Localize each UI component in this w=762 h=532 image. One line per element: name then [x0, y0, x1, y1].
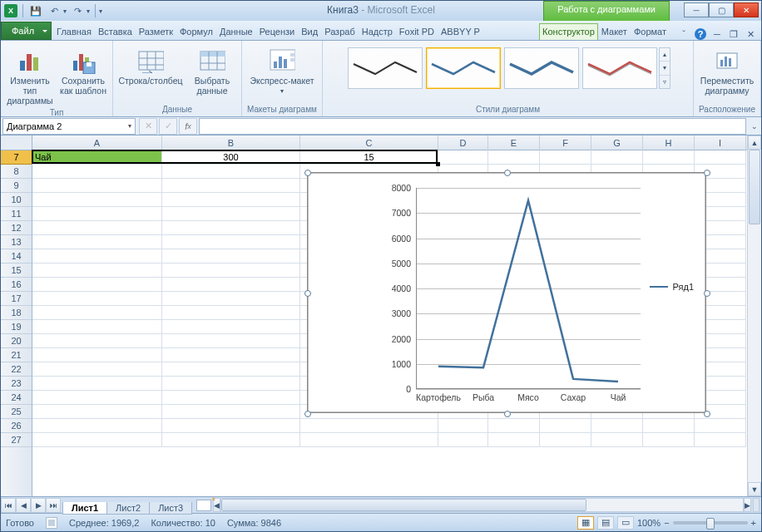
view-normal-button[interactable]: ▦ [577, 516, 594, 530]
cell-B7[interactable]: 300 [162, 150, 300, 165]
hscroll-thumb[interactable] [221, 499, 586, 511]
row-header-17[interactable]: 17 [1, 292, 32, 306]
vscroll-thumb[interactable] [749, 150, 760, 224]
tab-nav-next[interactable]: ▶ [31, 498, 46, 513]
chart-resize-handle[interactable] [504, 170, 511, 176]
tab-nav-prev[interactable]: ◀ [16, 498, 31, 513]
tab-Разметк[interactable]: Разметк [136, 23, 176, 40]
fill-handle[interactable] [436, 162, 440, 166]
row-header-13[interactable]: 13 [1, 235, 32, 249]
maximize-button[interactable]: ▢ [709, 2, 734, 17]
tab-Рецензи[interactable]: Рецензи [256, 23, 299, 40]
vertical-scrollbar[interactable]: ▲ ▼ [747, 135, 761, 496]
wb-minimize-icon[interactable]: ─ [711, 28, 723, 40]
chart-style-1[interactable] [348, 47, 423, 89]
row-header-7[interactable]: 7 [1, 150, 32, 165]
style-gallery-scroll[interactable]: ▴▾▿ [659, 47, 670, 89]
zoom-out-button[interactable]: − [664, 518, 669, 528]
row-header-20[interactable]: 20 [1, 334, 32, 348]
chart-plot-area[interactable]: 010002000300040005000600070008000Картофе… [416, 188, 641, 389]
wb-close-icon[interactable]: ✕ [745, 28, 756, 40]
formula-input[interactable] [199, 118, 746, 135]
chart-legend[interactable]: Ряд1 [650, 282, 694, 292]
hscroll-split-handle[interactable] [753, 498, 760, 512]
help-icon[interactable]: ? [695, 28, 706, 40]
col-header-C[interactable]: C [300, 135, 438, 150]
row-header-11[interactable]: 11 [1, 207, 32, 221]
ribbon-minimize-icon[interactable]: ˇ [678, 28, 690, 40]
tab-nav-last[interactable]: ⏭ [46, 498, 61, 513]
row-header-19[interactable]: 19 [1, 320, 32, 334]
chart-resize-handle[interactable] [704, 170, 710, 176]
row-header-18[interactable]: 18 [1, 306, 32, 320]
tab-Надстр[interactable]: Надстр [359, 23, 396, 40]
tab-Разраб[interactable]: Разраб [321, 23, 359, 40]
chart-resize-handle[interactable] [304, 290, 311, 297]
row-header-24[interactable]: 24 [1, 391, 32, 405]
sheet-tab-Лист1[interactable]: Лист1 [62, 502, 107, 515]
enter-fx-icon[interactable]: ✓ [159, 118, 177, 135]
row-header-14[interactable]: 14 [1, 249, 32, 264]
row-header-27[interactable]: 27 [1, 433, 32, 447]
cell-A7[interactable]: Чай [32, 150, 162, 165]
embedded-chart[interactable]: 010002000300040005000600070008000Картофе… [307, 172, 706, 413]
chart-resize-handle[interactable] [504, 411, 511, 417]
sheet-tab-Лист3[interactable]: Лист3 [149, 502, 192, 515]
redo-icon[interactable]: ↷ [70, 3, 85, 18]
insert-function-icon[interactable]: fx [179, 118, 197, 135]
row-header-22[interactable]: 22 [1, 362, 32, 377]
chart-resize-handle[interactable] [704, 411, 710, 417]
view-page-break-button[interactable]: ▭ [617, 516, 634, 530]
zoom-level[interactable]: 100% [637, 518, 661, 528]
row-header-10[interactable]: 10 [1, 193, 32, 207]
quick-layout-button[interactable]: Экспресс-макет ▾ [245, 46, 319, 96]
chart-resize-handle[interactable] [304, 411, 311, 417]
row-header-21[interactable]: 21 [1, 348, 32, 362]
col-header-F[interactable]: F [540, 135, 591, 150]
chart-style-4[interactable] [582, 47, 657, 89]
chart-line-series[interactable] [416, 188, 641, 389]
col-header-I[interactable]: I [695, 135, 746, 150]
tab-Формул[interactable]: Формул [176, 23, 216, 40]
minimize-button[interactable]: ─ [684, 2, 709, 17]
chart-style-2[interactable] [426, 47, 501, 89]
undo-icon[interactable]: ↶ [47, 3, 62, 18]
tab-Вид[interactable]: Вид [298, 23, 321, 40]
close-button[interactable]: ✕ [734, 2, 759, 17]
zoom-slider[interactable] [673, 521, 748, 525]
view-page-layout-button[interactable]: ▤ [597, 516, 614, 530]
chart-style-3[interactable] [504, 47, 579, 89]
row-header-9[interactable]: 9 [1, 179, 32, 193]
col-header-H[interactable]: H [643, 135, 695, 150]
row-header-8[interactable]: 8 [1, 165, 32, 179]
select-all-corner[interactable] [1, 135, 32, 150]
save-icon[interactable]: 💾 [28, 3, 43, 18]
col-header-B[interactable]: B [162, 135, 300, 150]
row-header-12[interactable]: 12 [1, 221, 32, 235]
tab-ABBYY P[interactable]: ABBYY P [438, 23, 483, 40]
name-box-dropdown-icon[interactable]: ▾ [128, 122, 131, 130]
chart-resize-handle[interactable] [704, 290, 710, 297]
row-headers[interactable]: 789101112131415161718192021222324252627 [1, 150, 32, 496]
scroll-right-button[interactable]: ▶ [744, 498, 751, 512]
wb-restore-icon[interactable]: ❐ [728, 28, 740, 40]
tab-Foxit PD[interactable]: Foxit PD [396, 23, 438, 40]
chart-resize-handle[interactable] [304, 170, 311, 176]
zoom-in-button[interactable]: + [751, 518, 756, 528]
row-header-15[interactable]: 15 [1, 264, 32, 278]
cancel-fx-icon[interactable]: ✕ [139, 118, 157, 135]
cell-C7[interactable]: 15 [300, 150, 438, 165]
tab-file[interactable]: Файл [1, 22, 52, 40]
row-header-16[interactable]: 16 [1, 278, 32, 292]
tab-Конструктор[interactable]: Конструктор [539, 23, 598, 40]
tab-Главная[interactable]: Главная [53, 23, 95, 40]
move-chart-button[interactable]: Переместить диаграмму [697, 46, 757, 97]
tab-Вставка[interactable]: Вставка [95, 23, 136, 40]
scroll-down-button[interactable]: ▼ [748, 482, 761, 496]
change-chart-type-button[interactable]: Изменить тип диаграммы [4, 46, 56, 107]
col-header-D[interactable]: D [438, 135, 488, 150]
col-header-G[interactable]: G [591, 135, 643, 150]
name-box[interactable]: Диаграмма 2 ▾ [2, 118, 136, 135]
new-sheet-button[interactable] [196, 500, 211, 511]
tab-Формат[interactable]: Формат [631, 23, 670, 40]
